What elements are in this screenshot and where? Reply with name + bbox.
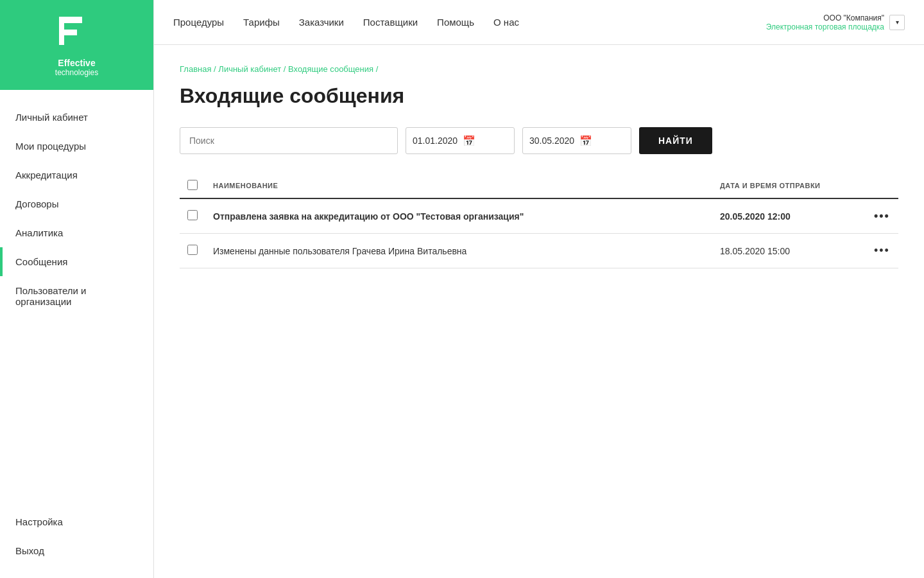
sidebar-item-analytics[interactable]: Аналитика: [0, 218, 153, 247]
table-body: Отправлена заявка на аккредитацию от ООО…: [180, 198, 898, 268]
row-1-more-icon[interactable]: •••: [874, 209, 890, 222]
topnav: Процедуры Тарифы Заказчики Поставщики По…: [154, 0, 924, 45]
sidebar-item-personal-cabinet[interactable]: Личный кабинет: [0, 103, 153, 132]
table-header-row: НАИМЕНОВАНИЕ ДАТА И ВРЕМЯ ОТПРАВКИ: [180, 173, 898, 198]
date-to-input[interactable]: 30.05.2020 📅: [522, 127, 631, 154]
th-checkbox: [180, 173, 205, 198]
topnav-suppliers[interactable]: Поставщики: [363, 17, 418, 28]
sidebar-item-accreditation[interactable]: Аккредитация: [0, 161, 153, 189]
row-1-actions[interactable]: •••: [866, 198, 898, 234]
sidebar-item-settings[interactable]: Настройка: [0, 507, 153, 536]
topnav-customers[interactable]: Заказчики: [299, 17, 344, 28]
th-datetime: ДАТА И ВРЕМЯ ОТПРАВКИ: [712, 173, 866, 198]
breadcrumb-sep-2: /: [284, 64, 288, 74]
breadcrumb-personal-cabinet[interactable]: Личный кабинет: [218, 64, 281, 74]
search-bar: 01.01.2020 📅 30.05.2020 📅 НАЙТИ: [180, 127, 898, 154]
breadcrumb-incoming[interactable]: Входящие сообщения: [288, 64, 373, 74]
row-1-cb-cell: [180, 198, 205, 234]
search-input[interactable]: [180, 127, 398, 154]
logo-text-technologies: technologies: [55, 68, 98, 77]
sidebar-item-users-orgs[interactable]: Пользователи и организации: [0, 276, 153, 316]
row-2-cb-cell: [180, 234, 205, 268]
row-1-name: Отправлена заявка на аккредитацию от ООО…: [205, 198, 712, 234]
calendar-to-icon[interactable]: 📅: [579, 135, 592, 147]
date-to-value: 30.05.2020: [529, 136, 574, 146]
select-all-checkbox[interactable]: [187, 180, 198, 190]
topnav-role: Электронная торговая площадка: [766, 22, 884, 31]
row-2-checkbox[interactable]: [187, 245, 198, 255]
svg-rect-2: [59, 30, 77, 35]
topnav-procedures[interactable]: Процедуры: [173, 17, 224, 28]
topnav-user[interactable]: ООО "Компания" Электронная торговая площ…: [766, 13, 905, 31]
th-name: НАИМЕНОВАНИЕ: [205, 173, 712, 198]
calendar-from-icon[interactable]: 📅: [463, 135, 475, 147]
sidebar-item-logout[interactable]: Выход: [0, 536, 153, 565]
sidebar: Effective technologies Личный кабинет Мо…: [0, 0, 154, 578]
sidebar-item-contracts[interactable]: Договоры: [0, 189, 153, 218]
breadcrumb-home[interactable]: Главная: [180, 64, 211, 74]
messages-table: НАИМЕНОВАНИЕ ДАТА И ВРЕМЯ ОТПРАВКИ Отпра…: [180, 173, 898, 268]
sidebar-item-messages[interactable]: Сообщения: [0, 247, 153, 276]
main-area: Процедуры Тарифы Заказчики Поставщики По…: [154, 0, 924, 578]
date-from-input[interactable]: 01.01.2020 📅: [406, 127, 515, 154]
search-button[interactable]: НАЙТИ: [639, 127, 712, 154]
topnav-company-name: ООО "Компания": [766, 13, 884, 22]
sidebar-nav: Личный кабинет Мои процедуры Аккредитаци…: [0, 90, 153, 507]
table-row: Изменены данные пользователя Грачева Ири…: [180, 234, 898, 268]
table-head: НАИМЕНОВАНИЕ ДАТА И ВРЕМЯ ОТПРАВКИ: [180, 173, 898, 198]
logo-icon: [58, 13, 96, 54]
topnav-user-info: ООО "Компания" Электронная торговая площ…: [766, 13, 884, 31]
row-2-datetime: 18.05.2020 15:00: [712, 234, 866, 268]
date-from-value: 01.01.2020: [413, 136, 458, 146]
svg-rect-1: [59, 17, 82, 23]
breadcrumb-sep-3: /: [376, 64, 379, 74]
row-2-actions[interactable]: •••: [866, 234, 898, 268]
topnav-about[interactable]: О нас: [493, 17, 519, 28]
row-1-datetime: 20.05.2020 12:00: [712, 198, 866, 234]
content-area: Главная / Личный кабинет / Входящие сооб…: [154, 45, 924, 578]
table-row: Отправлена заявка на аккредитацию от ООО…: [180, 198, 898, 234]
topnav-chevron-icon[interactable]: ▾: [889, 15, 905, 30]
breadcrumb: Главная / Личный кабинет / Входящие сооб…: [180, 64, 898, 74]
sidebar-item-my-procedures[interactable]: Мои процедуры: [0, 132, 153, 161]
row-2-more-icon[interactable]: •••: [874, 244, 890, 257]
row-1-checkbox[interactable]: [187, 210, 198, 220]
topnav-tariffs[interactable]: Тарифы: [243, 17, 280, 28]
row-2-name: Изменены данные пользователя Грачева Ири…: [205, 234, 712, 268]
topnav-links: Процедуры Тарифы Заказчики Поставщики По…: [173, 17, 519, 28]
sidebar-bottom: Настройка Выход: [0, 507, 153, 578]
page-title: Входящие сообщения: [180, 84, 898, 108]
logo-text-effective: Effective: [58, 58, 95, 68]
th-actions: [866, 173, 898, 198]
topnav-help[interactable]: Помощь: [437, 17, 474, 28]
logo: Effective technologies: [0, 0, 153, 90]
